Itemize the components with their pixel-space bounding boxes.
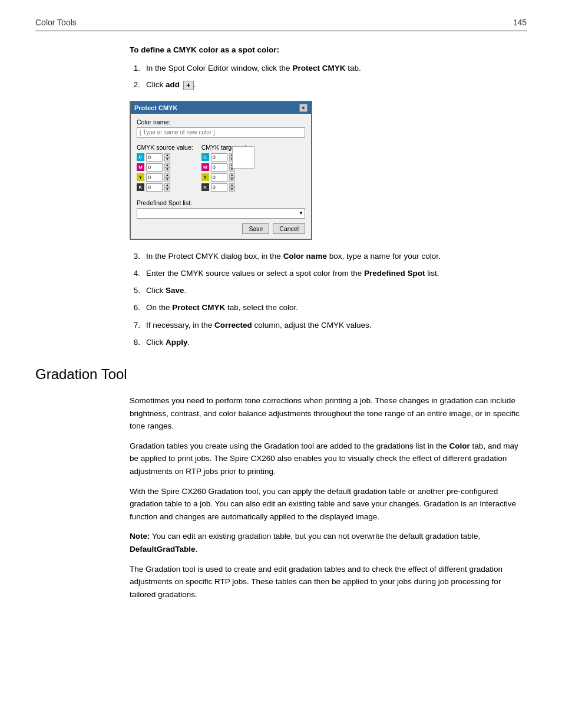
step-6-num: 6.: [130, 302, 140, 314]
m-spinner[interactable]: ▲ ▼: [164, 163, 170, 172]
target-preview-box: [232, 146, 254, 169]
step-5-text: Click Save.: [146, 285, 527, 297]
step-6-text: On the Protect CMYK tab, select the colo…: [146, 302, 527, 314]
step-1-num: 1.: [130, 62, 140, 74]
step-8-text: Click Apply.: [146, 337, 527, 348]
tk-up[interactable]: ▲: [229, 183, 235, 187]
ty-down[interactable]: ▼: [229, 177, 235, 182]
k-spinner[interactable]: ▲ ▼: [164, 183, 170, 192]
page: Color Tools 145 To define a CMYK color a…: [0, 0, 562, 631]
m-up[interactable]: ▲: [164, 163, 170, 167]
y-swatch: Y: [137, 173, 144, 181]
color-name-placeholder: [ Type in name of new color ]: [140, 129, 215, 136]
section2-last-para: The Gradation tool is used to create and…: [130, 563, 527, 601]
ty-swatch: Y: [201, 173, 209, 181]
header-page-number: 145: [513, 18, 527, 27]
color-tab-bold: Color: [449, 442, 470, 450]
cmyk-target-k-input[interactable]: [211, 183, 227, 192]
step-4-text: Enter the CMYK source values or select a…: [146, 268, 527, 279]
cmyk-target-c-row: C ▲ ▼: [201, 153, 255, 162]
steps-list-continued: 3. In the Protect CMYK dialog box, in th…: [130, 251, 527, 349]
add-icon: +: [183, 81, 194, 90]
c-down[interactable]: ▼: [164, 157, 170, 162]
y-down[interactable]: ▼: [164, 177, 170, 182]
cmyk-source-k-input[interactable]: [146, 183, 163, 192]
tk-spinner[interactable]: ▲ ▼: [229, 183, 235, 192]
step-6-bold: Protect CMYK: [172, 303, 225, 312]
cmyk-source-y-input[interactable]: [146, 173, 163, 182]
dialog-box: Protect CMYK × Color name: [ Type in nam…: [130, 101, 312, 240]
step-4: 4. Enter the CMYK source values or selec…: [130, 268, 527, 279]
page-header: Color Tools 145: [35, 18, 527, 31]
cmyk-source-m-input[interactable]: [146, 163, 163, 172]
step-1: 1. In the Spot Color Editor window, clic…: [130, 62, 527, 74]
step-7: 7. If necessary, in the Corrected column…: [130, 319, 527, 331]
header-title: Color Tools: [35, 18, 77, 27]
y-spinner[interactable]: ▲ ▼: [164, 173, 170, 182]
color-name-input[interactable]: [ Type in name of new color ]: [137, 127, 305, 138]
cmyk-source-c-row: C ▲ ▼: [137, 153, 193, 162]
steps-list-initial: 1. In the Spot Color Editor window, clic…: [130, 62, 527, 91]
cmyk-target-column: CMYK target value: C ▲ ▼: [201, 144, 255, 193]
step-3-text: In the Protect CMYK dialog box, in the C…: [146, 251, 527, 262]
section2-para2: Gradation tables you create using the Gr…: [130, 440, 527, 478]
cmyk-source-column: CMYK source value: C ▲ ▼: [137, 144, 193, 193]
cmyk-source-m-row: M ▲ ▼: [137, 163, 193, 172]
content-area: To define a CMYK color as a spot color: …: [35, 45, 527, 348]
predefined-label: Predefined Spot list:: [137, 199, 305, 206]
step-3-num: 3.: [130, 251, 140, 262]
step-6: 6. On the Protect CMYK tab, select the c…: [130, 302, 527, 314]
cmyk-target-k-row: K ▲ ▼: [201, 183, 255, 192]
section2-heading: Gradation Tool: [35, 366, 527, 383]
predefined-section: Predefined Spot list: ▼: [137, 199, 305, 219]
step-4-bold: Predefined Spot: [364, 269, 425, 278]
section2-para3: With the Spire CX260 Gradation tool, you…: [130, 485, 527, 523]
cmyk-source-c-input[interactable]: [146, 153, 163, 162]
step-1-bold: Protect CMYK: [292, 64, 345, 73]
step-8-bold: Apply: [166, 338, 188, 347]
step-3-bold: Color name: [283, 252, 327, 261]
section2-para1: Sometimes you need to perform tone corre…: [130, 394, 527, 433]
step-4-num: 4.: [130, 268, 140, 279]
step-5-bold: Save: [166, 286, 184, 295]
ty-spinner[interactable]: ▲ ▼: [229, 173, 235, 182]
step-8: 8. Click Apply.: [130, 337, 527, 348]
cmyk-source-label: CMYK source value:: [137, 144, 193, 151]
cmyk-columns: CMYK source value: C ▲ ▼: [137, 144, 305, 193]
cmyk-target-m-input[interactable]: [211, 163, 227, 172]
step-5: 5. Click Save.: [130, 285, 527, 297]
cmyk-source-k-row: K ▲ ▼: [137, 183, 193, 192]
predefined-select[interactable]: ▼: [137, 208, 305, 219]
save-button[interactable]: Save: [242, 223, 269, 234]
cmyk-target-y-input[interactable]: [211, 173, 227, 182]
tk-swatch: K: [201, 183, 209, 191]
step-5-num: 5.: [130, 285, 140, 297]
c-spinner[interactable]: ▲ ▼: [164, 153, 170, 162]
c-up[interactable]: ▲: [164, 153, 170, 157]
step-2: 2. Click add +.: [130, 79, 527, 91]
predefined-select-arrow: ▼: [299, 210, 303, 216]
y-up[interactable]: ▲: [164, 173, 170, 177]
note-bold-end: DefaultGradTable: [130, 545, 196, 554]
section2-note: Note: You can edit an existing gradation…: [130, 530, 527, 555]
dialog-titlebar: Protect CMYK ×: [131, 102, 311, 114]
dialog-container: Protect CMYK × Color name: [ Type in nam…: [130, 101, 527, 240]
tk-down[interactable]: ▼: [229, 187, 235, 192]
cmyk-target-y-row: Y ▲ ▼: [201, 173, 255, 182]
cancel-button[interactable]: Cancel: [273, 223, 305, 234]
color-name-label: Color name:: [137, 118, 305, 126]
ty-up[interactable]: ▲: [229, 173, 235, 177]
cmyk-target-c-input[interactable]: [211, 153, 227, 162]
m-down[interactable]: ▼: [164, 167, 170, 172]
dialog-close-button[interactable]: ×: [299, 104, 308, 112]
k-down[interactable]: ▼: [164, 187, 170, 192]
k-up[interactable]: ▲: [164, 183, 170, 187]
note-text: You can edit an existing gradation table…: [150, 532, 481, 541]
tc-swatch: C: [201, 153, 209, 161]
c-swatch: C: [137, 153, 144, 161]
dialog-title: Protect CMYK: [134, 104, 177, 111]
section2-heading-container: Gradation Tool: [35, 366, 527, 383]
dialog-buttons: Save Cancel: [137, 223, 305, 234]
step-3: 3. In the Protect CMYK dialog box, in th…: [130, 251, 527, 262]
step-7-bold: Corrected: [214, 321, 252, 330]
